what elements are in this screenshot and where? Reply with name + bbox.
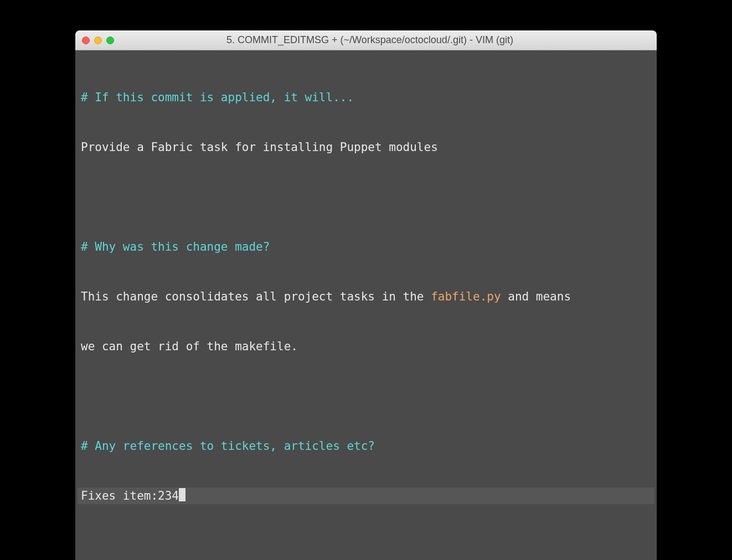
cursor-icon (179, 488, 185, 501)
commit-answer-2-pre: This change consolidates all project tas… (81, 290, 431, 303)
vim-editor[interactable]: # If this commit is applied, it will... … (75, 50, 657, 560)
commit-question-3: # Any references to tickets, articles et… (81, 439, 375, 453)
commit-answer-2-post: and means (501, 290, 571, 303)
commit-question-2: # Why was this change made? (81, 240, 270, 253)
terminal-window: 5. COMMIT_EDITMSG + (~/Workspace/octoclo… (75, 30, 657, 560)
titlebar[interactable]: 5. COMMIT_EDITMSG + (~/Workspace/octoclo… (75, 30, 657, 50)
commit-answer-2-line2: we can get rid of the makefile. (81, 340, 298, 353)
fabfile-mention: fabfile.py (431, 290, 501, 303)
window-title: 5. COMMIT_EDITMSG + (~/Workspace/octoclo… (90, 34, 650, 46)
close-icon[interactable] (82, 37, 90, 44)
commit-question-1: # If this commit is applied, it will... (81, 91, 354, 104)
cursor-line[interactable]: Fixes item:234 (78, 488, 654, 504)
commit-answer-1: Provide a Fabric task for installing Pup… (81, 141, 438, 154)
commit-answer-3: Fixes item:234 (81, 489, 179, 502)
